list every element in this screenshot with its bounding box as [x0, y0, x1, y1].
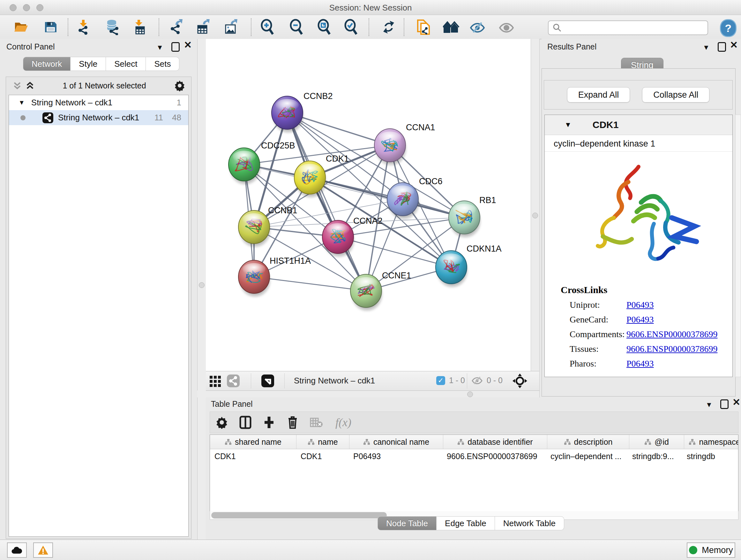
column-header-description[interactable]: description	[547, 435, 629, 449]
collapse-all-chevron-icon[interactable]	[12, 81, 22, 90]
tab-network-table[interactable]: Network Table	[495, 516, 564, 530]
network-row-selected[interactable]: String Network – cdk1 11 48	[9, 110, 188, 125]
table-cell[interactable]: 9606.ENSP00000378699	[442, 449, 546, 463]
column-header--id[interactable]: @id	[629, 435, 684, 449]
network-node-RB1[interactable]: RB1	[449, 195, 496, 237]
network-node-CCNE1[interactable]: CCNE1	[350, 271, 411, 310]
left-split-divider[interactable]	[197, 39, 206, 540]
zoom-in-icon[interactable]	[259, 18, 276, 36]
copy-style-icon[interactable]	[415, 18, 432, 36]
import-table-icon[interactable]	[131, 18, 148, 36]
grid-mode-icon[interactable]	[208, 374, 222, 389]
table-options-gear-icon[interactable]	[210, 416, 233, 429]
table-cell[interactable]: stringdb:9...	[628, 449, 682, 463]
add-column-icon[interactable]	[257, 415, 281, 429]
first-neighbors-icon[interactable]	[443, 18, 460, 36]
network-node-CCNB1[interactable]: CCNB1	[239, 206, 297, 246]
birds-eye-view-icon[interactable]	[261, 374, 275, 389]
search-input[interactable]	[564, 22, 708, 34]
control-panel-maximize-icon[interactable]	[172, 42, 180, 52]
table-panel-close-icon[interactable]: ✕	[732, 397, 740, 407]
column-header-name[interactable]: name	[296, 435, 349, 449]
tab-select[interactable]: Select	[106, 57, 146, 71]
table-hscrollbar-thumb[interactable]	[211, 512, 387, 518]
zoom-fit-icon[interactable]	[316, 18, 333, 36]
zoom-out-icon[interactable]	[288, 18, 305, 36]
results-scrollbar[interactable]	[735, 115, 741, 377]
import-network-file-icon[interactable]	[75, 18, 92, 36]
protein-card-header[interactable]: ▼ CDK1	[545, 115, 732, 135]
table-row[interactable]: CDK1CDK1P064939606.ENSP00000378699cyclin…	[210, 449, 738, 463]
tab-node-table[interactable]: Node Table	[378, 516, 436, 530]
export-network-icon[interactable]	[167, 18, 185, 36]
table-panel-float-icon[interactable]: ▼	[705, 400, 713, 410]
save-session-icon[interactable]	[42, 18, 59, 36]
table-cell[interactable]: stringdb	[682, 449, 738, 463]
import-network-database-icon[interactable]	[104, 18, 121, 36]
column-header-database-identifier[interactable]: database identifier	[443, 435, 547, 449]
network-node-CDC6[interactable]: CDC6	[387, 177, 443, 219]
show-columns-icon[interactable]	[233, 415, 257, 429]
tab-style[interactable]: Style	[71, 57, 106, 71]
warnings-button[interactable]	[33, 543, 53, 558]
show-all-eye-icon[interactable]	[498, 18, 515, 36]
network-node-CCNA1[interactable]: CCNA1	[374, 123, 435, 165]
network-node-CCNA2[interactable]: CCNA2	[322, 216, 383, 256]
refresh-icon[interactable]	[380, 18, 397, 36]
divider-grip[interactable]	[467, 391, 473, 397]
column-header-canonical-name[interactable]: canonical name	[349, 435, 443, 449]
zoom-selected-icon[interactable]	[342, 18, 360, 36]
table-cell[interactable]: P06493	[349, 449, 442, 463]
crosslinks-title: CrossLinks	[561, 285, 732, 295]
table-cell[interactable]: cyclin–dependent ...	[546, 449, 628, 463]
right-split-divider[interactable]	[531, 39, 540, 397]
network-canvas[interactable]: CCNB2CCNA1CDC25BCDK1CDC6RB1CCNB1CCNA2CDK…	[206, 39, 531, 371]
network-node-CCNB2[interactable]: CCNB2	[272, 91, 333, 132]
export-image-icon[interactable]	[222, 18, 239, 36]
results-panel-close-icon[interactable]: ✕	[730, 40, 738, 50]
column-header-shared-name[interactable]: shared name	[210, 435, 296, 449]
network-node-CDKN1A[interactable]: CDKN1A	[435, 244, 502, 287]
crosslink-link[interactable]: P06493	[626, 300, 654, 310]
tab-sets[interactable]: Sets	[146, 57, 179, 71]
column-header-namespace[interactable]: namespace	[684, 435, 738, 449]
results-panel-maximize-icon[interactable]	[718, 42, 726, 52]
selected-checkbox-icon[interactable]: ✓	[436, 376, 445, 385]
export-table-icon[interactable]	[194, 18, 212, 36]
network-collection-row[interactable]: ▼ String Network – cdk1 1	[9, 95, 188, 110]
crosslink-link[interactable]: 9606.ENSP00000378699	[626, 344, 718, 354]
crosslink-link[interactable]: P06493	[626, 359, 654, 369]
control-panel-float-icon[interactable]: ▼	[156, 43, 163, 52]
network-node-HIST1H1A[interactable]: HIST1H1A	[239, 256, 311, 296]
tab-edge-table[interactable]: Edge Table	[436, 516, 495, 530]
delete-table-icon[interactable]	[305, 417, 328, 428]
expand-all-chevron-icon[interactable]	[25, 81, 35, 90]
table-panel-maximize-icon[interactable]	[720, 399, 729, 409]
expand-all-button[interactable]: Expand All	[567, 87, 630, 103]
collapse-all-button[interactable]: Collapse All	[642, 87, 710, 103]
control-panel-close-icon[interactable]: ✕	[184, 40, 192, 50]
hidden-eye-icon	[471, 375, 483, 385]
results-panel-float-icon[interactable]: ▼	[703, 43, 710, 52]
hide-selection-eye-icon[interactable]	[469, 18, 486, 36]
network-options-gear-icon[interactable]	[174, 80, 185, 91]
divider-grip[interactable]	[199, 282, 205, 288]
tab-network[interactable]: Network	[23, 57, 71, 71]
collection-expand-icon[interactable]: ▼	[18, 99, 25, 106]
network-share-icon[interactable]	[226, 374, 240, 389]
memory-button[interactable]: Memory	[687, 543, 735, 558]
open-session-icon[interactable]	[12, 18, 30, 36]
table-cell[interactable]: CDK1	[210, 449, 296, 463]
selected-counts-group: ✓ 1 - 0	[436, 376, 465, 385]
divider-grip[interactable]	[532, 212, 538, 219]
function-builder-icon[interactable]: f(x)	[328, 416, 359, 429]
help-button[interactable]: ?	[720, 19, 737, 37]
table-cell[interactable]: CDK1	[296, 449, 349, 463]
delete-column-trash-icon[interactable]	[281, 415, 305, 429]
pan-crosshair-icon[interactable]	[512, 373, 528, 390]
crosslink-link[interactable]: 9606.ENSP00000378699	[626, 329, 718, 339]
crosslink-link[interactable]: P06493	[626, 314, 654, 325]
horizontal-split-divider[interactable]	[197, 390, 539, 397]
protein-collapse-icon[interactable]: ▼	[564, 121, 571, 129]
cloud-status-button[interactable]	[7, 543, 27, 558]
